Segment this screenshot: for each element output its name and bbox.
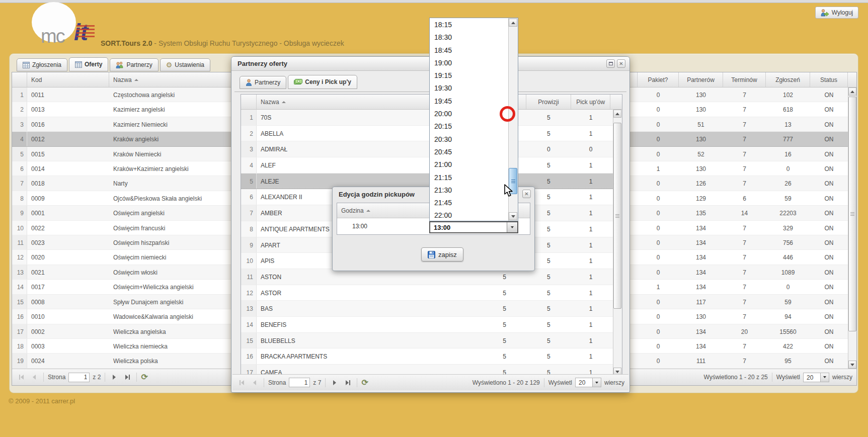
tab-ustawienia[interactable]: ⚙ Ustawienia	[160, 58, 210, 71]
partners-pager: Strona z 7 ⟳ Wyświetlono 1 - 20 z 129 Wy…	[232, 374, 628, 390]
row-number: 3	[12, 117, 27, 131]
scroll-down-icon[interactable]	[509, 212, 517, 220]
cell-status: ON	[810, 147, 848, 161]
tab-label: Ustawienia	[175, 61, 204, 68]
partner-row[interactable]: 16 BRACKA APARTMENTS 5 5 1	[241, 348, 622, 365]
prev-page-button[interactable]	[250, 378, 260, 388]
sort-asc-icon	[134, 79, 138, 81]
time-option[interactable]: 19:00	[430, 56, 518, 69]
time-option[interactable]: 19:45	[430, 95, 518, 107]
cell-kod: 0016	[27, 117, 109, 131]
scroll-down-icon[interactable]	[848, 361, 856, 369]
maximize-icon[interactable]	[606, 59, 615, 68]
modal-tab-partnerzy[interactable]: Partnerzy	[240, 76, 286, 89]
header-terminow[interactable]: Terminów	[723, 72, 766, 87]
time-option[interactable]: 18:30	[430, 31, 518, 43]
cell-zgloszen: 95	[766, 354, 810, 368]
time-option[interactable]: 20:30	[430, 133, 518, 145]
time-option[interactable]: 21:00	[430, 158, 518, 170]
partners-grid-scrollbar[interactable]	[613, 110, 622, 376]
scroll-up-icon[interactable]	[613, 110, 621, 118]
first-page-button[interactable]	[16, 372, 26, 382]
scrollbar-thumb[interactable]	[613, 123, 621, 309]
cell-partnerow: 130	[679, 132, 723, 146]
offers-grid-scrollbar[interactable]	[848, 88, 856, 369]
cell-nazwa: ASTOR	[257, 285, 483, 301]
header-kod[interactable]: Kod	[27, 72, 109, 87]
tab-zgloszenia[interactable]: Zgłoszenia	[17, 58, 67, 71]
time-option[interactable]: 21:45	[430, 196, 518, 209]
header-pakiet[interactable]: Pakiet?	[638, 72, 679, 87]
next-page-button[interactable]	[109, 372, 119, 382]
page-input[interactable]	[289, 378, 310, 387]
cell-partnerow: 134	[679, 221, 723, 235]
partner-row[interactable]: 11 ASTON 5 5 1	[241, 269, 622, 285]
time-option[interactable]: 19:15	[430, 69, 518, 81]
row-number: 4	[241, 157, 257, 173]
grid-icon	[75, 61, 82, 68]
page-size-select[interactable]: 20	[803, 373, 829, 382]
cell-partnerow: 52	[679, 147, 723, 161]
app-title: SORT.Tours 2.0 - System Obsługi Ruchu Tu…	[101, 39, 344, 47]
close-icon[interactable]: ✕	[522, 190, 531, 198]
partner-row[interactable]: 15 BLUEBELLS 5 5 1	[241, 333, 622, 349]
cell-pakiet: 0	[638, 117, 679, 131]
cell-kod: 0021	[27, 265, 109, 279]
page-size-select[interactable]: 20	[575, 378, 601, 387]
page-input[interactable]	[68, 373, 90, 382]
time-option[interactable]: 20:45	[430, 145, 518, 158]
cell-pakiet: 0	[638, 176, 679, 190]
first-page-button[interactable]	[236, 378, 247, 388]
header-partnerow[interactable]: Partnerów	[679, 72, 723, 87]
cell-status: ON	[810, 250, 848, 264]
header-prowizji[interactable]: Prowizji	[526, 95, 572, 109]
cell-status: ON	[810, 88, 848, 102]
header-godzina[interactable]: Godzina	[337, 203, 430, 218]
scroll-up-icon[interactable]	[509, 19, 517, 27]
time-option[interactable]: 22:00	[430, 209, 518, 221]
cell-status: ON	[810, 280, 848, 294]
combo-trigger-icon[interactable]	[507, 222, 517, 232]
time-option[interactable]: 18:15	[430, 18, 518, 31]
next-page-button[interactable]	[330, 378, 340, 388]
row-number: 2	[241, 126, 257, 141]
cell-terminow: 7	[723, 235, 766, 249]
cell-status: ON	[810, 354, 848, 368]
scrollbar-thumb[interactable]	[848, 97, 856, 331]
cell-terminow: 7	[723, 280, 766, 294]
time-option[interactable]: 21:15	[430, 171, 518, 184]
logout-button[interactable]: Wyloguj	[815, 7, 858, 19]
header-status[interactable]: Status	[810, 72, 848, 87]
close-icon[interactable]: ✕	[617, 59, 625, 68]
cell-zgloszen: 16	[766, 147, 810, 161]
cell-pakiet: 0	[638, 221, 679, 235]
partner-row[interactable]: 12 ASTOR 5 5 1	[241, 285, 622, 301]
partner-row[interactable]: 14 BENEFIS 5 5 1	[241, 317, 622, 333]
header-zgloszen[interactable]: Zgłoszeń	[766, 72, 810, 87]
cell-extra: 5	[483, 285, 526, 301]
time-option[interactable]: 18:45	[430, 44, 518, 56]
cell-kod: 0020	[27, 250, 109, 264]
time-combo-field[interactable]: 13:00	[429, 221, 518, 233]
prev-page-button[interactable]	[29, 372, 39, 382]
modal-tab-ceny-pickupy[interactable]: Ceny i Pick up'y	[288, 75, 357, 89]
cell-terminow: 7	[723, 176, 766, 190]
save-button[interactable]: zapisz	[421, 247, 463, 261]
cell-nazwa: BAS	[257, 301, 483, 316]
refresh-icon[interactable]: ⟳	[141, 373, 147, 381]
last-page-button[interactable]	[343, 378, 353, 388]
scroll-up-icon[interactable]	[848, 88, 856, 96]
cell-zgloszen: 15560	[766, 324, 810, 338]
tab-partnerzy[interactable]: Partnerzy	[110, 58, 158, 71]
time-option[interactable]: 20:15	[430, 120, 518, 132]
tab-label: Oferty	[85, 61, 102, 68]
tab-oferty[interactable]: Oferty	[69, 57, 108, 71]
header-pickupow[interactable]: Pick up'ów	[571, 95, 610, 109]
partner-row[interactable]: 13 BAS 5 5 1	[241, 301, 622, 317]
refresh-icon[interactable]: ⟳	[361, 379, 368, 387]
cell-pakiet: 0	[638, 324, 679, 338]
cell-terminow: 7	[723, 221, 766, 235]
time-option[interactable]: 19:30	[430, 81, 518, 94]
last-page-button[interactable]	[122, 372, 132, 382]
cell-terminow: 7	[723, 250, 766, 264]
